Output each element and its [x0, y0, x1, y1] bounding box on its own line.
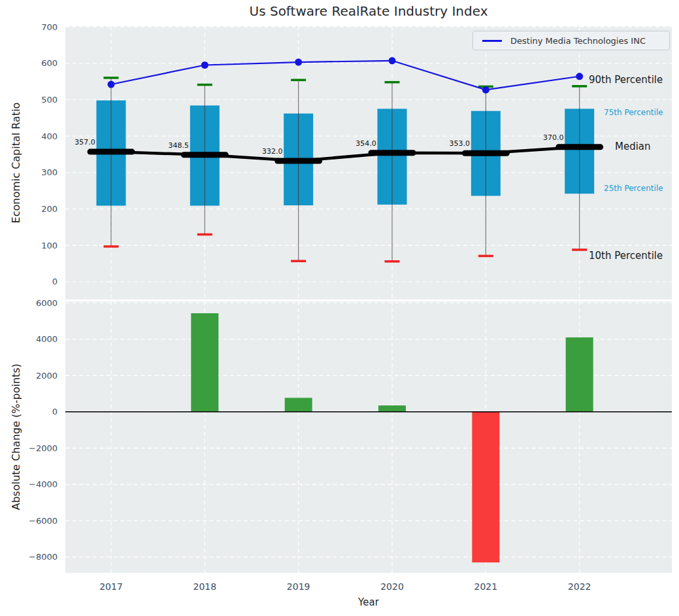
bottom-y-tick-label: −6000	[29, 516, 58, 526]
annotation-25th-percentile: 25th Percentile	[604, 184, 663, 193]
company-point	[201, 61, 208, 69]
median-value-label: 354.0	[356, 139, 376, 148]
top-y-tick-label: 100	[41, 241, 58, 250]
top-y-tick-label: 600	[41, 58, 58, 68]
chart-canvas: 357.0348.5332.0354.0353.0370.00100200300…	[0, 0, 679, 616]
annotation-75th-percentile: 75th Percentile	[604, 108, 663, 117]
median-value-label: 353.0	[450, 139, 471, 148]
top-y-tick-label: 700	[41, 22, 58, 32]
median-value-label: 357.0	[75, 138, 95, 146]
bottom-y-tick-label: 4000	[36, 334, 58, 344]
company-point	[482, 86, 489, 94]
change-bar	[285, 398, 312, 411]
top-y-tick-label: 300	[41, 167, 58, 177]
company-point	[389, 57, 396, 64]
legend-label: Destiny Media Technologies INC	[510, 36, 646, 46]
median-value-label: 332.0	[262, 147, 283, 156]
x-tick-label: 2022	[568, 581, 591, 592]
x-tick-label: 2019	[287, 581, 310, 592]
annotation-median: Median	[615, 141, 651, 152]
bottom-y-tick-label: 2000	[36, 371, 58, 381]
legend-line-swatch	[482, 40, 502, 42]
bottom-y-tick-label: −2000	[29, 443, 58, 453]
x-tick-label: 2020	[380, 581, 404, 592]
annotation-10th-percentile: 10th Percentile	[589, 250, 663, 262]
y-axis-label-bottom: Absolute Change (%-points)	[10, 364, 22, 510]
top-y-tick-label: 400	[41, 131, 58, 141]
bottom-y-tick-label: 0	[52, 407, 58, 417]
bottom-y-tick-label: −8000	[29, 552, 58, 562]
x-tick-label: 2017	[99, 581, 123, 592]
chart-title: Us Software RealRate Industry Index	[65, 3, 672, 19]
change-bar	[191, 313, 218, 412]
change-bar	[472, 412, 499, 562]
median-value-label: 370.0	[543, 133, 564, 142]
bottom-y-tick-label: 6000	[36, 298, 58, 308]
x-axis-label: Year	[65, 596, 672, 608]
median-value-label: 348.5	[169, 141, 190, 150]
change-bar	[378, 405, 406, 412]
annotation-90th-percentile: 90th Percentile	[589, 74, 663, 86]
y-axis-label-top: Economic Capital Ratio	[10, 103, 22, 224]
legend: Destiny Media Technologies INC	[472, 31, 670, 50]
change-bar	[566, 337, 593, 412]
top-y-tick-label: 200	[41, 204, 58, 214]
company-point	[295, 59, 302, 66]
x-tick-label: 2021	[474, 581, 498, 592]
x-tick-label: 2018	[193, 581, 217, 592]
bottom-y-tick-label: −4000	[29, 479, 58, 489]
figure-root: 357.0348.5332.0354.0353.0370.00100200300…	[0, 0, 679, 616]
top-y-tick-label: 0	[52, 277, 58, 286]
top-y-tick-label: 500	[41, 95, 58, 105]
company-point	[576, 73, 583, 80]
company-point	[108, 81, 115, 88]
